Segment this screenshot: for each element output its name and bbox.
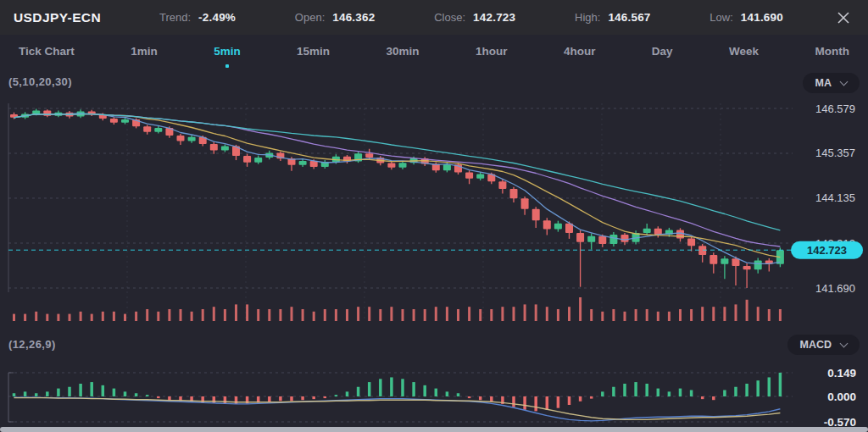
stat-value: 146.362 [332, 11, 375, 24]
stat-open: Open: 146.362 [295, 11, 376, 24]
svg-text:146.579: 146.579 [815, 102, 855, 115]
svg-text:141.690: 141.690 [815, 282, 855, 295]
stat-value: 141.690 [741, 11, 783, 24]
svg-text:145.357: 145.357 [815, 147, 855, 159]
svg-text:0.149: 0.149 [827, 367, 856, 379]
tab-5min[interactable]: 5min [214, 45, 241, 58]
close-icon [836, 10, 851, 25]
macd-selector-label: MACD [800, 339, 832, 351]
tab-1hour[interactable]: 1hour [476, 45, 508, 58]
svg-text:0.000: 0.000 [827, 390, 856, 403]
stat-value: 146.567 [608, 11, 650, 24]
active-tab-indicator [225, 64, 229, 68]
macd-indicator-selector[interactable]: MACD [787, 335, 860, 355]
tab-label: 5min [214, 45, 241, 58]
horizontal-scrollbar[interactable] [0, 427, 868, 432]
header-stats: Trend: -2.49% Open: 146.362 Close: 142.7… [159, 11, 783, 24]
tab-15min[interactable]: 15min [297, 45, 330, 58]
stat-value: -2.49% [198, 11, 236, 24]
stat-label: Open: [295, 11, 325, 24]
symbol-title: USDJPY-ECN [14, 10, 159, 25]
svg-text:142.723: 142.723 [807, 244, 847, 257]
trading-chart-window: 146.579145.357144.135142.912141.690142.7… [0, 0, 868, 432]
stat-value: 142.723 [473, 11, 515, 24]
tab-30min[interactable]: 30min [387, 45, 420, 58]
ma-params-label: (5,10,20,30) [8, 75, 72, 88]
ma-selector-label: MA [815, 77, 832, 89]
stat-high: High: 146.567 [575, 11, 651, 24]
stat-label: Trend: [159, 11, 191, 24]
stat-label: Low: [709, 11, 732, 24]
stat-label: Close: [434, 11, 465, 24]
tab-1min[interactable]: 1min [131, 45, 158, 58]
tab-month[interactable]: Month [815, 45, 849, 58]
tab-4hour[interactable]: 4hour [564, 45, 596, 58]
stat-label: High: [575, 11, 600, 24]
chevron-down-icon [840, 77, 849, 86]
tab-tick-chart[interactable]: Tick Chart [19, 45, 75, 58]
macd-params-label: (12,26,9) [8, 338, 56, 351]
stat-low: Low: 141.690 [709, 11, 783, 24]
tab-day[interactable]: Day [652, 45, 673, 58]
stat-close: Close: 142.723 [434, 11, 515, 24]
chart-header: USDJPY-ECN Trend: -2.49% Open: 146.362 C… [0, 0, 868, 35]
tab-week[interactable]: Week [729, 45, 759, 58]
close-button[interactable] [832, 7, 854, 29]
stat-trend: Trend: -2.49% [159, 11, 236, 24]
ma-indicator-selector[interactable]: MA [803, 73, 860, 93]
chevron-down-icon [840, 339, 849, 347]
svg-text:144.135: 144.135 [815, 191, 855, 204]
timeframe-tabs: Tick Chart 1min 5min 15min 30min 1hour 4… [0, 36, 868, 66]
